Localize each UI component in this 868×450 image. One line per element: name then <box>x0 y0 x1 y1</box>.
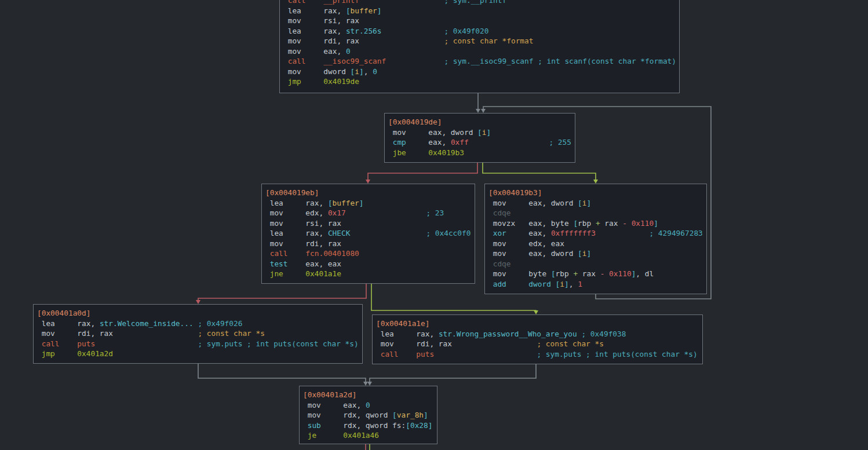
asm-line[interactable]: cdqe <box>488 259 706 269</box>
asm-line[interactable]: mov rdi, rax ; const char *s <box>37 328 362 339</box>
asm-token: cdqe <box>488 259 511 268</box>
asm-token: cmp <box>388 138 428 147</box>
asm-token <box>434 350 537 358</box>
asm-line[interactable]: cmp eax, 0xff ; 255 <box>388 137 575 148</box>
basic-block-0x00401a0d[interactable]: [0x00401a0d] lea rax, str.Welcome_inside… <box>33 304 363 364</box>
asm-token <box>596 229 649 237</box>
asm-token: , <box>569 280 578 288</box>
asm-line[interactable]: mov dword [i], 0 <box>283 67 679 77</box>
asm-token: ] <box>424 411 428 419</box>
asm-token: mov edx, eax <box>488 239 564 248</box>
asm-token <box>627 219 632 228</box>
control-flow-edge-green <box>483 163 596 181</box>
asm-line[interactable]: mov byte [rbp + rax - 0x110], dl <box>488 269 706 279</box>
asm-line[interactable]: call __isoc99_scanf ; sym.__isoc99_scanf… <box>283 56 679 67</box>
asm-token: mov rdi, rax <box>37 329 113 338</box>
asm-line[interactable]: lea rax, str.Welcome_inside... ; 0x49f02… <box>37 319 362 329</box>
asm-token: 0 <box>346 47 351 56</box>
asm-line[interactable]: lea rax, [buffer] <box>283 6 679 16</box>
asm-token: [ <box>573 219 578 228</box>
asm-token: mov rdi, rax <box>376 339 452 348</box>
block-address-label: [0x004019b3] <box>488 188 542 197</box>
asm-line[interactable]: xor eax, 0xfffffff3 ; 4294967283 <box>488 228 706 239</box>
asm-token: lea rax, <box>376 330 439 338</box>
asm-token: eax, <box>428 138 451 147</box>
asm-line[interactable]: mov eax, dword [i] <box>488 198 706 208</box>
asm-line[interactable]: mov edx, 0x17 ; 23 <box>265 208 475 218</box>
control-flow-edge-gray <box>198 364 366 383</box>
asm-line[interactable]: mov rdx, qword [var_8h] <box>303 410 437 420</box>
asm-token: 1 <box>578 280 582 288</box>
asm-line[interactable]: mov rdi, rax ; const char *s <box>376 339 702 349</box>
asm-token: lea rax, <box>265 199 328 207</box>
asm-token <box>359 36 444 45</box>
asm-token: + <box>596 219 600 228</box>
asm-line[interactable]: mov eax, 0 <box>283 46 679 57</box>
asm-line[interactable]: call puts ; sym.puts ; int puts(const ch… <box>37 339 362 349</box>
asm-line[interactable]: mov rdi, rax ; const char *format <box>283 36 679 46</box>
asm-token <box>95 339 198 348</box>
asm-token: i <box>560 280 564 288</box>
asm-token: , dl <box>636 269 654 278</box>
asm-token: eax, eax <box>305 259 341 268</box>
basic-block-0x004019de[interactable]: [0x004019de] mov eax, dword [i] cmp eax,… <box>384 113 575 163</box>
asm-line[interactable]: mov eax, dword [i] <box>488 248 706 259</box>
asm-token: ; sym.puts ; int puts(const char *s) <box>537 350 697 358</box>
asm-line[interactable]: jmp 0x401a2d <box>37 349 362 359</box>
asm-line[interactable]: call fcn.00401080 <box>265 248 475 259</box>
basic-block-0x00401a1e[interactable]: [0x00401a1e] lea rax, str.Wrong_password… <box>372 314 703 364</box>
asm-token: xor <box>488 229 528 237</box>
asm-line[interactable]: add dword [i], 1 <box>488 279 706 290</box>
graph-canvas[interactable]: call __printf ; sym.__printf lea rax, [b… <box>0 0 868 450</box>
asm-line[interactable]: lea rax, str.Wrong_password__Who_are_you… <box>376 329 702 339</box>
asm-token: i <box>582 249 587 258</box>
asm-line[interactable]: mov eax, dword [i] <box>388 127 575 138</box>
asm-line[interactable]: mov rsi, rax <box>265 218 475 229</box>
asm-line[interactable]: jne 0x401a1e <box>265 269 475 279</box>
asm-token: test <box>265 259 305 268</box>
asm-token: mov rdx, qword <box>303 411 392 419</box>
basic-block-0x00401a2d[interactable]: [0x00401a2d] mov eax, 0 mov rdx, qword [… <box>299 386 437 444</box>
asm-line[interactable]: call puts ; sym.puts ; int puts(const ch… <box>376 349 702 360</box>
asm-token: rbp <box>578 219 596 228</box>
asm-token: var_8h <box>397 411 424 419</box>
asm-token: ] <box>359 67 364 76</box>
asm-line[interactable]: cdqe <box>488 208 706 218</box>
asm-line[interactable]: mov rsi, rax <box>283 16 679 26</box>
asm-token: , <box>364 67 373 76</box>
asm-token: lea rax, <box>265 229 328 237</box>
asm-line[interactable]: je 0x401a46 <box>303 430 437 441</box>
asm-line[interactable]: lea rax, [buffer] <box>265 198 475 208</box>
asm-line[interactable]: mov edx, eax <box>488 239 706 249</box>
asm-line[interactable]: lea rax, CHECK ; 0x4cc0f0 <box>265 228 475 239</box>
asm-token <box>386 57 444 65</box>
asm-token: i <box>482 128 487 137</box>
asm-line[interactable]: movzx eax, byte [rbp + rax - 0x110] <box>488 218 706 229</box>
asm-token: mov byte <box>488 269 551 278</box>
asm-line[interactable]: mov eax, 0 <box>303 400 437 411</box>
block-address-label: [0x00401a1e] <box>376 319 429 328</box>
asm-line[interactable]: test eax, eax <box>265 259 475 269</box>
asm-token: mov eax, <box>283 47 346 56</box>
basic-block-entry[interactable]: call __printf ; sym.__printf lea rax, [b… <box>279 0 680 93</box>
basic-block-0x004019b3[interactable]: [0x004019b3] mov eax, dword [i] cdqe mov… <box>484 184 707 294</box>
asm-token: lea rax, <box>283 6 346 15</box>
asm-line[interactable]: call __printf ; sym.__printf <box>283 0 679 6</box>
asm-token: str.Welcome_inside... <box>100 319 194 328</box>
basic-block-0x004019eb[interactable]: [0x004019eb] lea rax, [buffer] mov edx, … <box>261 184 475 284</box>
edge-arrowhead <box>366 180 370 184</box>
edge-arrowhead <box>196 300 200 304</box>
asm-token: ; sym.__isoc99_scanf ; int scanf(const c… <box>444 57 676 65</box>
asm-line[interactable]: jmp 0x4019de <box>283 76 679 87</box>
asm-line[interactable]: sub rdx, qword fs:[0x28] <box>303 420 437 431</box>
asm-line[interactable]: jbe 0x4019b3 <box>388 148 575 158</box>
asm-line[interactable]: lea rax, str.256s ; 0x49f020 <box>283 26 679 36</box>
asm-token: rax <box>600 219 623 228</box>
asm-token: buffer <box>333 199 359 207</box>
asm-token: mov eax, dword <box>488 249 578 258</box>
asm-token: ; 23 <box>426 208 444 217</box>
asm-line[interactable]: mov rdi, rax <box>265 239 475 249</box>
asm-token <box>469 138 549 147</box>
control-flow-edge-red <box>198 284 366 301</box>
asm-token <box>382 27 444 35</box>
